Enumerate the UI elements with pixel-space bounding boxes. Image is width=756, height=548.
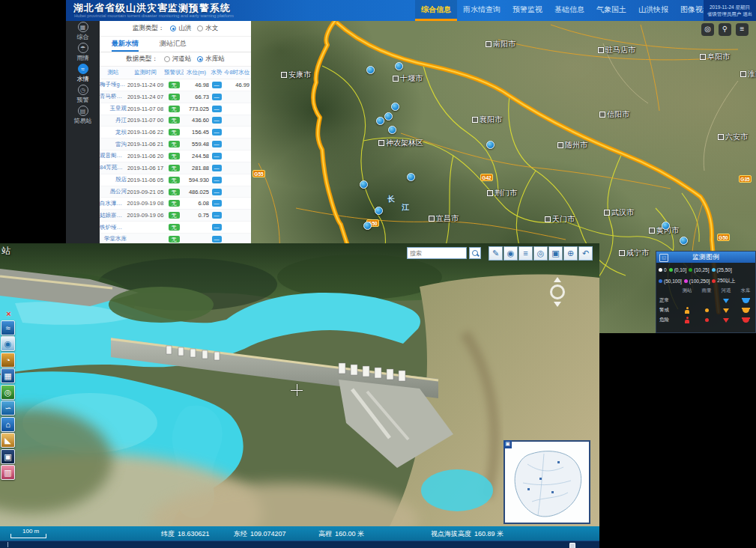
- table-row[interactable]: 姑娘寨水库(2019-09-19 06无0.75—: [100, 210, 251, 222]
- splash-icon[interactable]: ∽: [1, 401, 15, 415]
- trend-badge: —: [212, 189, 222, 195]
- map-pin-icon: [378, 140, 384, 146]
- viewer-timeline[interactable]: [0, 541, 599, 548]
- table-row[interactable]: 84芳苑溪水2019-11-06 17无281.88—: [100, 162, 251, 174]
- status-cell: 无: [164, 129, 184, 136]
- legend-row-label: 危险: [659, 317, 669, 323]
- city-name: 阜阳市: [707, 52, 730, 62]
- station-marker[interactable]: [360, 180, 368, 189]
- table-row[interactable]: 愚公河2019-09-21 05无486.025—: [100, 186, 251, 198]
- layers-icon[interactable]: ≡: [736, 23, 749, 36]
- sidebar-item-water[interactable]: ≈水情: [66, 63, 100, 84]
- dune-icon[interactable]: ◣: [1, 433, 15, 448]
- table-row[interactable]: 观音阁水位2019-11-06 20无244.58—: [100, 150, 251, 162]
- station-marker[interactable]: [376, 117, 384, 125]
- top-nav-item[interactable]: 综合信息: [415, 0, 457, 21]
- tab-summary[interactable]: 测站汇总: [160, 37, 187, 52]
- table-row[interactable]: 殷店2019-11-06 05无594.930—: [100, 174, 251, 186]
- user-date-box[interactable]: 2019-11-24 星期日 省级管理员用户 退出: [704, 0, 756, 21]
- top-nav-item[interactable]: 预警监视: [506, 0, 548, 21]
- shelter-icon[interactable]: ⌂: [1, 417, 15, 432]
- table-row[interactable]: 雷沟2019-11-06 21无559.48—: [100, 138, 251, 150]
- globe-tool-icon[interactable]: ⊕: [563, 246, 578, 261]
- city-label: 天门市: [545, 214, 575, 225]
- flood-layer-icon[interactable]: ≈: [1, 320, 15, 335]
- trend-badge: —: [212, 153, 222, 159]
- camera-tool-icon[interactable]: ◉: [504, 246, 518, 261]
- top-nav-item[interactable]: 气象国土: [590, 0, 632, 21]
- toolbar-close-button[interactable]: ×: [1, 309, 16, 319]
- snapshot-icon[interactable]: ▣: [1, 449, 15, 464]
- locate-icon[interactable]: ◎: [701, 23, 714, 36]
- search-icon[interactable]: ⚲: [719, 23, 731, 36]
- magnifier-icon: [472, 250, 478, 256]
- table-row[interactable]: 丹江2019-11-07 00无436.60—: [100, 115, 251, 127]
- radio-option[interactable]: 水文: [191, 24, 218, 33]
- station-marker[interactable]: [384, 112, 393, 121]
- sidebar-item-label: 雨情: [77, 54, 89, 62]
- legend-cell: [683, 297, 691, 304]
- radar-icon[interactable]: ◎: [1, 385, 15, 400]
- water-level: 66.73: [184, 94, 209, 100]
- trend-cell: —: [209, 117, 224, 124]
- column-header: 今8时水位(m): [224, 67, 250, 79]
- top-nav-item[interactable]: 基础信息: [548, 0, 590, 21]
- tab-latest[interactable]: 最新水情: [112, 37, 139, 52]
- sidebar-item-warning[interactable]: ◷预警: [66, 84, 100, 105]
- draw-tool-icon[interactable]: ✎: [489, 246, 503, 261]
- viewer-search-button[interactable]: [469, 247, 481, 259]
- timeline-thumb[interactable]: [569, 543, 575, 548]
- minimap-toggle-icon[interactable]: ▣: [504, 440, 512, 448]
- station-marker[interactable]: [391, 103, 399, 111]
- station-marker[interactable]: [363, 222, 372, 230]
- station-marker[interactable]: [366, 66, 375, 74]
- station-marker[interactable]: [388, 126, 396, 134]
- image-tool-icon[interactable]: ▣: [548, 246, 563, 261]
- typhoon-icon[interactable]: ◔: [1, 353, 15, 368]
- trend-badge: —: [212, 141, 222, 147]
- list-tool-icon[interactable]: ≡: [518, 246, 533, 261]
- overview-minimap[interactable]: ▣: [504, 440, 590, 524]
- station-marker[interactable]: [395, 62, 403, 70]
- station-marker[interactable]: [680, 237, 688, 245]
- sidebar-item-simple-station[interactable]: ▤简易站: [66, 105, 100, 126]
- user-text[interactable]: 省级管理员用户 退出: [704, 10, 756, 17]
- station-marker[interactable]: [375, 207, 383, 215]
- table-row[interactable]: 龙坝2019-11-06 22无156.45—: [100, 127, 251, 138]
- view-tool-icon[interactable]: ◎: [533, 246, 548, 261]
- tri-icon: [723, 308, 729, 313]
- viewer-search-input[interactable]: [407, 247, 467, 259]
- status-badge: 无: [169, 224, 180, 231]
- radio-option[interactable]: 水库站: [191, 55, 225, 64]
- table-row[interactable]: 白水潭水库(2019-09-19 08无6.08—: [100, 198, 251, 210]
- station-name: 殷店: [100, 176, 127, 183]
- station-marker[interactable]: [407, 173, 415, 181]
- sidebar-item-rain[interactable]: ☂雨情: [66, 42, 100, 63]
- legend-collapse-icon[interactable]: ◱: [659, 254, 668, 262]
- undo-tool-icon[interactable]: ↶: [578, 246, 593, 261]
- wave-field-icon[interactable]: ▦: [1, 368, 15, 383]
- radio-option[interactable]: 山洪: [164, 24, 191, 33]
- status-badge: 无: [169, 165, 180, 171]
- chart-icon[interactable]: ▥: [1, 465, 15, 480]
- map-pin-icon: [429, 216, 435, 222]
- longitude-readout: 东经109.074207: [234, 529, 286, 539]
- status-badge: 无: [169, 212, 180, 219]
- compass-control[interactable]: [545, 277, 570, 310]
- station-marker[interactable]: [662, 222, 670, 230]
- sidebar-item-overview[interactable]: ▦综合: [66, 21, 100, 42]
- water-level: 559.48: [184, 141, 209, 147]
- top-nav-item[interactable]: 雨水情查询: [457, 0, 506, 21]
- top-nav-item[interactable]: 山洪快报: [632, 0, 674, 21]
- table-row[interactable]: 青马桥雨量2019-11-24 07无66.73—: [100, 91, 251, 103]
- table-row[interactable]: 梅子垭gps站2019-11-24 09无46.98—46.99: [100, 79, 251, 91]
- city-label: 随州市: [557, 140, 587, 150]
- table-row[interactable]: 学堂水库无—: [100, 234, 251, 243]
- table-row[interactable]: 玉皇观2019-11-07 08无773.025—: [100, 103, 251, 115]
- station-marker[interactable]: [486, 141, 495, 149]
- person-icon: [684, 317, 690, 323]
- table-row[interactable]: 铁炉垭水库无—: [100, 222, 251, 234]
- water-swirl-icon[interactable]: ◉: [1, 336, 15, 351]
- radio-option[interactable]: 河道站: [158, 55, 192, 64]
- map-controls: ◎⚲≡: [701, 23, 749, 36]
